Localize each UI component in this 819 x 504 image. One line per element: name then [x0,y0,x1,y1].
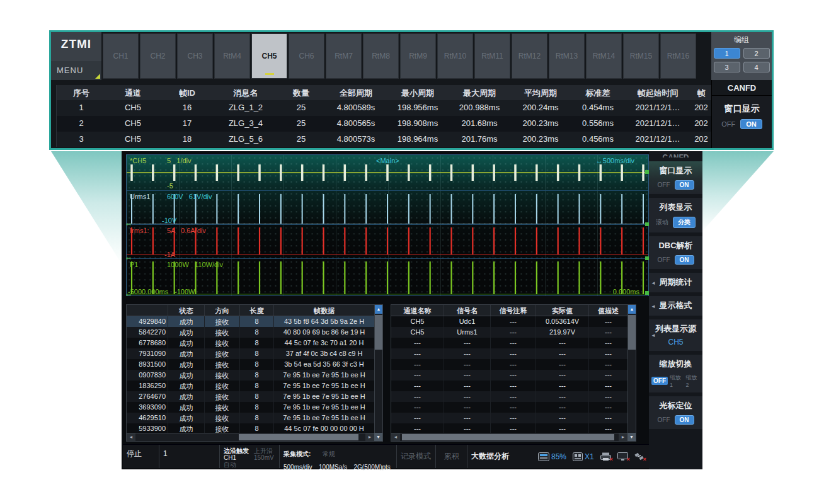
vscroll-thumb[interactable] [375,315,382,350]
table-row[interactable]: --------------- [391,338,636,348]
scroll-up-icon[interactable]: ▲ [375,305,382,314]
signal-table-vscroll[interactable]: ▲ [627,305,636,433]
table-row[interactable]: 7931090成功接收837 af 4f 0c 3b c4 c8 c9 H [127,348,382,359]
big-data-label[interactable]: 大数据分析 [471,451,509,462]
tab-rtm11[interactable]: RtM11 [474,33,510,79]
sidebar-item-5[interactable]: ◄显示格式 [649,296,702,316]
vscroll-thumb[interactable] [628,315,636,350]
table-row[interactable]: 4629510成功接收87e 95 1b ee 7e 95 1b ee H [127,413,382,423]
tab-rtm9[interactable]: RtM9 [400,33,436,79]
scroll-left-icon[interactable]: ◄ [391,433,400,441]
tab-rtm15[interactable]: RtM15 [623,33,659,79]
tab-rtm16[interactable]: RtM16 [660,33,696,79]
sidebar-item-7[interactable]: 缩放切换OFF缩放1缩放2 [649,355,702,392]
tab-ch6[interactable]: CH6 [289,33,324,79]
tab-ch1[interactable]: CH1 [103,33,139,79]
sidebar-item-2[interactable]: 列表显示滚动分类 [649,198,702,232]
table-row[interactable]: 0907830成功接收87e 95 1b ee 7e 95 1b ee H [127,370,382,381]
main-screen: *CH5 5 1/div <Main> ↔500ms/div -5 Urms1 … [122,151,702,469]
window-display-on[interactable]: ON [740,119,762,129]
table-row[interactable]: 4929840成功接收843 5b f8 64 3d 5b 9a 2e H [127,316,382,327]
tab-rtm8[interactable]: RtM8 [363,33,399,79]
sidebar-item-1[interactable]: 窗口显示OFFON [649,161,702,194]
scroll-right-icon[interactable]: ► [365,433,374,441]
toggle-off-option[interactable]: OFF [658,181,670,188]
frame-table-body: 4929840成功接收843 5b f8 64 3d 5b 9a 2e H584… [127,316,382,434]
signal-table-hscroll[interactable]: ◄ ► [391,433,627,441]
group-button-2[interactable]: 2 [743,48,770,59]
table-row[interactable]: 5842270成功接收840 80 09 69 bc 86 6e 19 H [127,327,382,338]
table-row[interactable]: CH5Urms1---219.97V--- [391,327,636,338]
table-cell: --- [391,413,444,423]
group-button-3[interactable]: 3 [714,62,740,72]
table-row[interactable]: --------------- [391,402,636,413]
table-cell: 8 [240,413,274,423]
toggle-on-option[interactable]: ON [675,415,694,425]
table-cell: 接收 [205,413,240,423]
stats-table-row[interactable]: 1CH516ZLG_1_2254.800589s198.956ms200.988… [57,100,711,116]
table-row[interactable]: 2764670成功接收87e 95 1b ee 7e 95 1b ee H [127,391,382,402]
table-row[interactable]: --------------- [391,413,636,423]
sidebar-item-3[interactable]: DBC解析OFFON [649,236,702,269]
sidebar-item-8[interactable]: 光标定位OFFON [649,396,702,429]
menu-button[interactable]: MENU [51,61,101,80]
marker-right-ch5 [645,170,649,174]
tri-option[interactable]: 缩放2 [686,374,701,388]
group-button-1[interactable]: 1 [714,48,740,59]
window-display-off[interactable]: OFF [721,120,735,128]
stats-table-row[interactable]: 3CH518ZLG_5_6254.800573s198.964ms201.76m… [57,132,711,147]
tab-rtm12[interactable]: RtM12 [512,33,547,79]
toggle-off-option[interactable]: OFF [658,416,670,423]
toggle-on-option[interactable]: 分类 [673,217,696,228]
table-row[interactable]: 6778680成功接收844 5c 07 fe 3c 70 a1 20 H [127,338,382,348]
column-header: 值描述 [589,305,628,316]
tab-ch5[interactable]: CH5 [251,33,287,79]
tri-option[interactable]: OFF [651,377,668,385]
frame-table-vscroll[interactable]: ▲ [374,305,382,433]
table-row[interactable]: --------------- [391,381,636,391]
tab-rtm13[interactable]: RtM13 [549,33,585,79]
toggle-off-option[interactable]: 滚动 [656,218,668,227]
tri-option[interactable]: 缩放1 [670,374,684,388]
stats-cell: 4.800589s [325,100,387,116]
hscroll-thumb[interactable] [402,434,614,440]
group-button-4[interactable]: 4 [743,62,770,72]
table-row[interactable]: --------------- [391,370,636,381]
scroll-left-icon[interactable]: ◄ [127,433,135,441]
table-cell: --- [536,402,589,413]
sidebar-item-4[interactable]: ◄周期统计 [649,273,702,292]
table-row[interactable]: --------------- [391,348,636,359]
toggle-control: OFFON [651,255,700,265]
table-row[interactable]: 8931500成功接收83b 54 ea 5d 35 66 3f c3 H [127,359,382,370]
tab-ch2[interactable]: CH2 [140,33,176,79]
scroll-right-icon[interactable]: ► [619,433,627,441]
table-row[interactable]: 1836250成功接收87e 95 1b ee 7e 95 1b ee H [127,381,382,391]
frame-table-hscroll[interactable]: ◄ ► [127,433,374,441]
hscroll-thumb[interactable] [239,434,358,440]
scroll-up-icon[interactable]: ▲ [628,305,636,314]
table-cell: --- [589,327,628,338]
table-cell: 成功 [168,413,205,423]
toggle-off-option[interactable]: OFF [658,256,670,263]
acq-depth: 2G(500M)pts [354,464,391,471]
stats-header-cell: 平均周期 [510,85,571,100]
scroll-down-icon[interactable]: ▼ [374,433,382,441]
scroll-down-icon[interactable]: ▼ [627,433,636,441]
tab-rtm14[interactable]: RtM14 [586,33,622,79]
tab-rtm10[interactable]: RtM10 [437,33,473,79]
table-row[interactable]: --------------- [391,359,636,370]
tab-rtm4[interactable]: RtM4 [214,33,250,79]
toggle-on-option[interactable]: ON [675,255,694,265]
sidebar-item-6[interactable]: ◄列表显示源CH5 [649,319,702,351]
stats-table-row[interactable]: 2CH517ZLG_3_4254.800565s198.908ms201.68m… [57,116,711,132]
stats-cell: 201.76ms [449,132,510,147]
table-row[interactable]: --------------- [391,391,636,402]
table-cell: 2764670 [127,391,168,402]
tab-rtm7[interactable]: RtM7 [326,33,362,79]
toggle-on-option[interactable]: ON [675,180,694,190]
table-row[interactable]: 3693090成功接收87e 95 1b ee 7e 95 1b ee H [127,402,382,413]
printer-status: × [600,452,611,461]
tab-ch3[interactable]: CH3 [177,33,213,79]
table-row[interactable]: CH5Udc1---0.053614V--- [391,316,636,327]
stats-header-cell: 帧起始时间 [625,85,690,100]
